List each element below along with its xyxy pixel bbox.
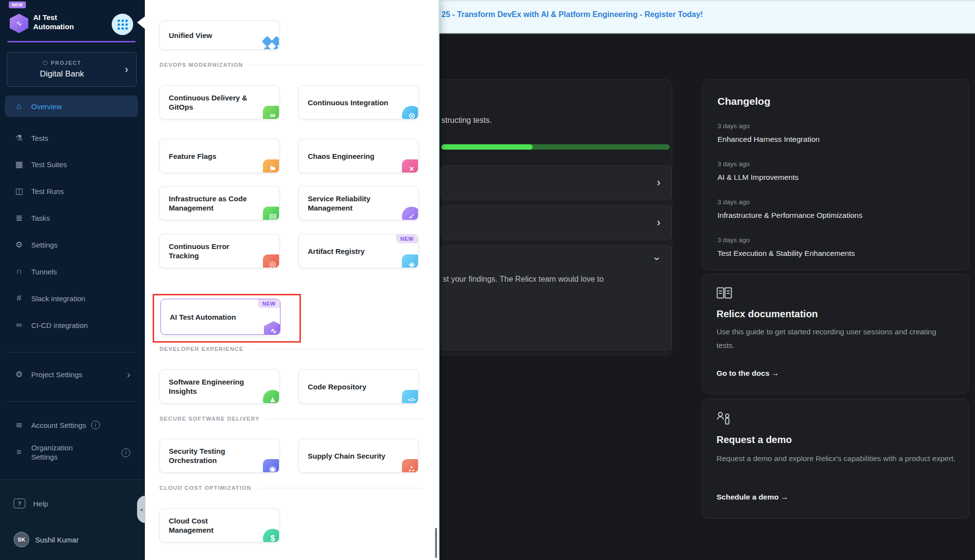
sidebar-item-test-runs[interactable]: ◫Test Runs <box>5 180 138 202</box>
changelog-time: 3 days ago <box>717 122 750 130</box>
banner-link[interactable]: 25 - Transform DevEx with AI & Platform … <box>441 10 703 19</box>
ccm-icon: $ <box>263 529 279 542</box>
avatar: SK <box>14 532 29 547</box>
annotation-red-box <box>153 294 301 343</box>
flask-icon: ⚗ <box>14 133 24 143</box>
changelog-time: 3 days ago <box>717 198 750 206</box>
module-picker-button[interactable] <box>112 14 133 35</box>
chevron-right-icon: › <box>127 369 130 380</box>
tunnel-icon: ∩ <box>14 267 24 276</box>
module-card-iacm[interactable]: Infrastructure as Code Management ▤ <box>159 186 279 220</box>
user-menu[interactable]: SK Sushil Kumar <box>5 529 138 550</box>
demo-description: Request a demo and explore Relicx's capa… <box>716 452 959 465</box>
section-header-secure: SECURE SOFTWARE DELIVERY <box>159 416 423 422</box>
module-card-feature-flags[interactable]: Feature Flags ⚑ <box>159 139 279 173</box>
chevron-right-icon: › <box>657 176 660 189</box>
module-card-sto[interactable]: Security Testing Orchestration ◉ <box>159 439 279 473</box>
feature-flags-icon: ⚑ <box>263 159 279 173</box>
sidebar-item-organization-settings[interactable]: ≡ Organization Settings i <box>5 438 138 467</box>
people-icon <box>716 411 732 425</box>
cicd-icon: ∞ <box>14 320 24 330</box>
changelog-entry[interactable]: AI & LLM Improvements <box>717 173 798 182</box>
help-chat-icon: ? <box>14 499 25 508</box>
cube-icon: ⬡ <box>42 59 48 66</box>
module-card-chaos-engineering[interactable]: Chaos Engineering × <box>298 139 418 173</box>
onboarding-step-row-expanded[interactable]: › st your findings. The Relicx team woul… <box>440 245 672 350</box>
docs-description: Use this guide to get started recording … <box>716 325 955 352</box>
module-card-artifact-registry[interactable]: NEW Artifact Registry ◈ <box>298 234 418 268</box>
changelog-title: Changelog <box>717 96 771 107</box>
columns-icon: ◫ <box>14 186 24 196</box>
module-card-ccm[interactable]: Cloud Cost Management $ <box>159 508 279 542</box>
module-card-error-tracking[interactable]: Continuous Error Tracking ◎ <box>159 234 279 268</box>
info-icon: i <box>121 448 130 457</box>
docs-link[interactable]: Go to the docs → <box>716 369 779 378</box>
onboarding-partial-text: structing tests. <box>441 116 492 125</box>
gear-icon: ⚙ <box>14 240 24 250</box>
sto-icon: ◉ <box>263 459 279 473</box>
panel-scrollbar[interactable] <box>435 528 437 558</box>
new-badge: NEW <box>396 234 418 243</box>
slack-icon: # <box>14 293 24 303</box>
sei-icon: ▲ <box>263 390 279 404</box>
demo-link[interactable]: Schedule a demo → <box>716 493 788 502</box>
new-badge: NEW <box>9 1 26 8</box>
changelog-entry[interactable]: Test Execution & Stability Enhancements <box>717 249 855 258</box>
book-icon <box>716 287 732 300</box>
srm-icon: ✓ <box>402 207 418 220</box>
apps-grid-icon <box>118 19 128 30</box>
sidebar-item-settings[interactable]: ⚙Settings <box>5 234 138 255</box>
module-card-label: Unified View <box>169 21 212 49</box>
sidebar-item-cicd-integration[interactable]: ∞CI-CD integration <box>5 314 138 336</box>
divider <box>7 352 136 352</box>
accent-divider <box>7 41 136 42</box>
module-card-srm[interactable]: Service Reliability Management ✓ <box>298 186 418 220</box>
module-card-continuous-integration[interactable]: Continuous Integration ⊙ <box>298 85 418 119</box>
onboarding-step-row[interactable]: › <box>440 165 672 200</box>
module-card-cd-gitops[interactable]: Continuous Delivery & GitOps ∞ <box>159 85 279 119</box>
module-card-unified-view[interactable]: Unified View <box>159 20 279 50</box>
info-icon: i <box>91 421 100 429</box>
list-icon: ≣ <box>14 213 24 223</box>
grid-icon: ▦ <box>14 159 24 170</box>
docs-title: Relicx documentation <box>716 309 818 320</box>
demo-card: Request a demo Request a demo and explor… <box>702 399 969 519</box>
sidebar-collapse-handle[interactable]: ◂ <box>137 496 145 523</box>
changelog-entry[interactable]: Infrastructure & Performance Optimizatio… <box>717 211 862 220</box>
cd-gitops-icon: ∞ <box>263 106 279 119</box>
module-card-scs[interactable]: Supply Chain Security ∴ <box>298 439 418 473</box>
sidebar-item-project-settings[interactable]: ⚙Project Settings › <box>5 364 138 385</box>
app-logo-icon: ∿ <box>10 14 28 33</box>
unified-view-icon <box>263 38 279 50</box>
progress-bar <box>441 144 670 150</box>
sidebar-item-account-settings[interactable]: ≋Account Settings i <box>5 414 138 436</box>
section-header-devops: DEVOPS MODERNIZATION <box>159 62 423 68</box>
sidebar-item-tasks[interactable]: ≣Tasks <box>5 207 138 229</box>
chevron-right-icon: › <box>657 216 660 229</box>
gear-icon: ⚙ <box>14 369 24 380</box>
artifact-registry-icon: ◈ <box>402 254 418 268</box>
changelog-entry[interactable]: Enhanced Harness Integration <box>717 135 819 144</box>
sidebar: NEW ∿ AI Test Automation ⬡PROJECT Digita… <box>0 0 145 560</box>
sidebar-item-tests[interactable]: ⚗Tests <box>5 127 138 149</box>
iacm-icon: ▤ <box>263 207 279 220</box>
sidebar-item-test-suites[interactable]: ▦Test Suites <box>5 154 138 175</box>
project-label-row: ⬡PROJECT <box>7 59 117 66</box>
module-card-code-repository[interactable]: Code Repository </> <box>298 369 418 404</box>
home-icon: ⌂ <box>14 101 24 111</box>
module-card-sei[interactable]: Software Engineering Insights ▲ <box>159 369 279 404</box>
sidebar-item-overview[interactable]: ⌂Overview <box>5 96 138 117</box>
project-selector[interactable]: ⬡PROJECT Digital Bank › <box>7 52 137 87</box>
error-tracking-icon: ◎ <box>263 254 279 268</box>
section-header-devex: DEVELOPER EXPERIENCE <box>159 346 423 352</box>
onboarding-expanded-partial-text: st your findings. The Relicx team would … <box>443 275 653 284</box>
divider <box>7 401 136 402</box>
ci-icon: ⊙ <box>402 106 418 119</box>
sidebar-item-slack-integration[interactable]: #Slack integration <box>5 288 138 309</box>
onboarding-step-row[interactable]: › <box>440 205 672 240</box>
popover-arrow <box>137 16 145 29</box>
user-name: Sushil Kumar <box>35 536 79 544</box>
sidebar-item-tunnels[interactable]: ∩Tunnels <box>5 261 138 282</box>
changelog-time: 3 days ago <box>717 236 750 244</box>
sidebar-item-help[interactable]: ?Help <box>5 493 138 514</box>
